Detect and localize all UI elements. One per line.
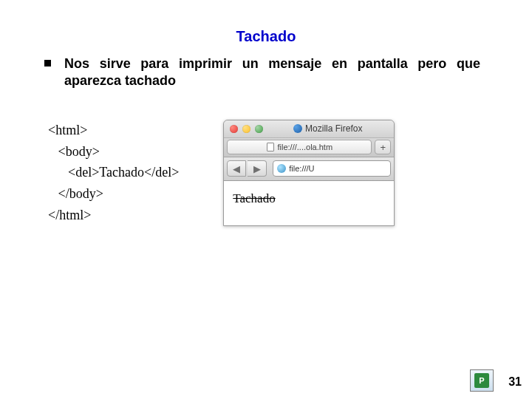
browser-toolbar: ◀ ▶ file:///U — [224, 157, 394, 181]
document-icon — [267, 143, 274, 151]
slide-title: Tachado — [0, 0, 532, 55]
browser-tab[interactable]: file:///....ola.htm — [227, 140, 372, 154]
forward-button[interactable]: ▶ — [248, 160, 267, 177]
page-content: Tachado — [224, 181, 394, 225]
browser-window: Mozilla Firefox file:///....ola.htm + ◀ … — [223, 120, 395, 226]
logo-icon: P — [474, 373, 489, 388]
chevron-right-icon: ▶ — [253, 163, 261, 174]
window-title-text: Mozilla Firefox — [305, 123, 362, 134]
code-sample: <html> <body> <del>Tachado</del> </body>… — [48, 120, 179, 226]
chevron-left-icon: ◀ — [233, 163, 240, 174]
window-titlebar: Mozilla Firefox — [224, 120, 394, 138]
footer-logo: P — [470, 369, 494, 392]
firefox-icon — [293, 124, 302, 133]
page-number: 31 — [508, 375, 522, 389]
url-text: file:///U — [289, 164, 314, 173]
bullet-marker-icon — [44, 60, 51, 66]
content-row: <html> <body> <del>Tachado</del> </body>… — [0, 120, 532, 226]
new-tab-button[interactable]: + — [375, 140, 391, 154]
bullet-text: Nos sirve para imprimir un mensaje en pa… — [64, 55, 480, 90]
bullet-item: Nos sirve para imprimir un mensaje en pa… — [0, 55, 532, 90]
url-bar[interactable]: file:///U — [273, 160, 391, 177]
window-title: Mozilla Firefox — [267, 123, 388, 134]
globe-icon — [277, 164, 286, 173]
back-button[interactable]: ◀ — [227, 160, 246, 177]
close-icon[interactable] — [230, 125, 238, 133]
tab-label: file:///....ola.htm — [278, 143, 333, 151]
tab-bar: file:///....ola.htm + — [224, 138, 394, 157]
minimize-icon[interactable] — [242, 125, 250, 133]
maximize-icon[interactable] — [255, 125, 263, 133]
